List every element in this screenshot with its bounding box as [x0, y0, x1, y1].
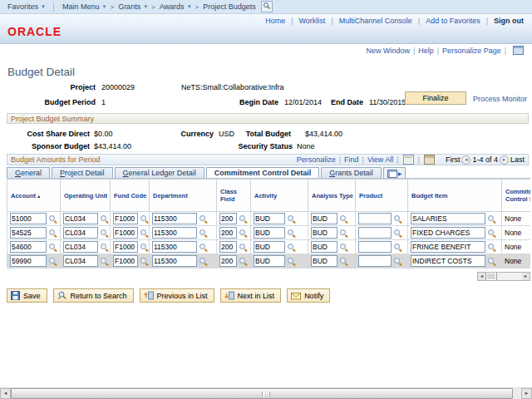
activity-input[interactable] [254, 227, 285, 239]
previous-rows-icon[interactable]: ◄ [461, 155, 470, 165]
column-header-analysis_type[interactable]: Analysis Type [308, 180, 356, 212]
lookup-icon[interactable] [239, 229, 248, 238]
grid-horizontal-scrollbar[interactable]: ◄ ► [477, 272, 530, 281]
lookup-icon[interactable] [100, 214, 109, 224]
lookup-icon[interactable] [48, 243, 57, 252]
lookup-icon[interactable] [339, 257, 348, 266]
analysis_type-input[interactable] [311, 241, 337, 253]
breadcrumb-item-awards[interactable]: Awards [160, 2, 185, 11]
product-input[interactable] [358, 241, 392, 253]
lookup-icon[interactable] [287, 243, 296, 252]
page-scroll-thumb[interactable] [11, 388, 513, 399]
utility-link-personalize-page[interactable]: Personalize Page [442, 47, 501, 55]
tab-commitment-control-detail[interactable]: Commitment Control Detail [206, 167, 320, 179]
lookup-icon[interactable] [339, 243, 348, 252]
product-input[interactable] [358, 255, 392, 267]
grid-scroll-thumb[interactable] [485, 273, 497, 280]
lookup-icon[interactable] [140, 229, 149, 238]
column-header-account[interactable]: Account▲ [7, 180, 61, 212]
tab-grants-detail[interactable]: Grants Detail [321, 167, 382, 179]
breadcrumb-item-grants[interactable]: Grants [118, 2, 140, 11]
column-header-activity[interactable]: Activity [251, 180, 308, 212]
lookup-icon[interactable] [393, 257, 402, 266]
lookup-icon[interactable] [239, 214, 248, 224]
analysis_type-input[interactable] [311, 213, 337, 224]
sign-out-link[interactable]: Sign out [494, 17, 524, 25]
account-input[interactable] [10, 241, 47, 253]
process-monitor-link[interactable]: Process Monitor [473, 95, 527, 103]
fund_code-input[interactable] [113, 213, 138, 224]
lookup-icon[interactable] [140, 257, 149, 266]
download-icon[interactable] [403, 155, 414, 165]
column-header-product[interactable]: Product [356, 180, 408, 212]
menu-caret-icon[interactable]: ▼ [187, 4, 192, 9]
utility-link-help[interactable]: Help [418, 47, 434, 55]
lookup-icon[interactable] [199, 214, 208, 224]
budget_item-input[interactable] [411, 227, 485, 239]
lookup-icon[interactable] [199, 257, 208, 266]
next-rows-icon[interactable]: ► [500, 155, 509, 165]
tab-general[interactable]: General [7, 167, 50, 179]
previous-in-list-button[interactable]: Previous in List [140, 288, 214, 303]
activity-input[interactable] [254, 241, 285, 253]
menu-caret-icon[interactable]: ▼ [143, 4, 148, 9]
product-input[interactable] [358, 227, 392, 239]
tab-project-detail[interactable]: Project Detail [52, 167, 113, 179]
lookup-icon[interactable] [199, 229, 208, 238]
class_field-input[interactable] [219, 255, 237, 267]
lookup-icon[interactable] [199, 243, 208, 252]
lookup-icon[interactable] [339, 229, 348, 238]
return-to-search-button[interactable]: Return to Search [53, 288, 134, 303]
product-input[interactable] [358, 213, 392, 224]
budget_item-input[interactable] [411, 255, 485, 267]
analysis_type-input[interactable] [311, 227, 337, 239]
column-header-cc_status[interactable]: Commitment Control Status [502, 180, 531, 212]
lookup-icon[interactable] [140, 214, 149, 224]
class_field-input[interactable] [219, 241, 237, 253]
analysis_type-input[interactable] [311, 255, 337, 267]
lookup-icon[interactable] [287, 229, 296, 238]
lookup-icon[interactable] [100, 229, 109, 238]
operating_unit-input[interactable] [63, 255, 98, 267]
column-header-class_field[interactable]: Class Field [217, 180, 251, 212]
department-input[interactable] [152, 227, 197, 239]
department-input[interactable] [152, 213, 197, 224]
account-input[interactable] [10, 227, 47, 239]
lookup-icon[interactable] [487, 214, 496, 224]
lookup-icon[interactable] [100, 257, 109, 266]
lookup-icon[interactable] [393, 243, 402, 252]
page-scroll-right-icon[interactable]: ► [521, 388, 532, 399]
lookup-icon[interactable] [48, 214, 57, 224]
department-input[interactable] [152, 255, 197, 267]
lookup-icon[interactable] [287, 257, 296, 266]
finalize-button[interactable]: Finalize [405, 91, 466, 105]
account-input[interactable] [10, 213, 47, 224]
notify-button[interactable]: Notify [287, 288, 330, 303]
budget_item-input[interactable] [411, 241, 485, 253]
favorites-caret-icon[interactable]: ▼ [41, 4, 46, 9]
breadcrumb-search-icon[interactable] [261, 1, 273, 12]
fund_code-input[interactable] [113, 227, 138, 239]
header-link-home[interactable]: Home [265, 17, 285, 25]
zoom-grid-icon[interactable] [424, 155, 435, 165]
lookup-icon[interactable] [487, 243, 496, 252]
header-link-add-to-favorites[interactable]: Add to Favorites [426, 17, 480, 25]
operating_unit-input[interactable] [63, 241, 98, 253]
fund_code-input[interactable] [113, 241, 138, 253]
operating_unit-input[interactable] [63, 227, 98, 239]
activity-input[interactable] [254, 255, 285, 267]
last-link[interactable]: Last [510, 155, 525, 164]
favorites-menu[interactable]: Favorites [7, 2, 38, 11]
lookup-icon[interactable] [339, 214, 348, 224]
lookup-icon[interactable] [393, 214, 402, 224]
scroll-left-icon[interactable]: ◄ [478, 273, 485, 280]
next-in-list-button[interactable]: Next in List [220, 288, 282, 303]
grid-link-personalize[interactable]: Personalize [297, 155, 336, 164]
menu-caret-icon[interactable]: ▼ [102, 4, 107, 9]
utility-link-new-window[interactable]: New Window [366, 47, 410, 55]
page-horizontal-scrollbar[interactable]: ◄ ► [0, 387, 532, 399]
first-link[interactable]: First [446, 155, 461, 164]
column-header-department[interactable]: Department [150, 180, 217, 212]
account-input[interactable] [10, 255, 47, 267]
lookup-icon[interactable] [100, 243, 109, 252]
